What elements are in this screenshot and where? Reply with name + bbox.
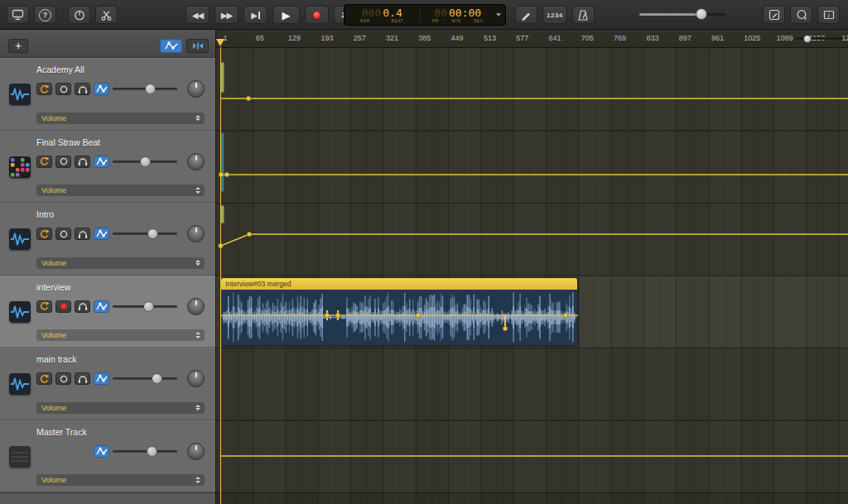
record-enable-button[interactable]	[55, 156, 71, 168]
automation-parameter-dropdown[interactable]: Volume	[36, 402, 205, 414]
slider-thumb[interactable]	[143, 301, 154, 312]
input-monitoring-button[interactable]	[75, 83, 90, 95]
lcd-label-hr: HR	[432, 18, 439, 23]
record-button[interactable]	[305, 6, 329, 24]
count-in-button[interactable]: 1234	[542, 6, 567, 24]
track-header-master-track[interactable]: Master Track Volume	[0, 420, 215, 493]
metronome-icon	[578, 10, 588, 21]
catch-playhead-button[interactable]	[186, 39, 209, 53]
automation-parameter-dropdown[interactable]: Volume	[36, 113, 205, 124]
slider-thumb[interactable]	[145, 84, 156, 94]
timeline-ruler[interactable]: 1651291932573213854495135776417057698338…	[216, 30, 848, 48]
track-volume-slider[interactable]	[113, 373, 177, 384]
cycle-region-button[interactable]	[36, 300, 52, 313]
track-header-main-track[interactable]: main track Volume	[0, 348, 215, 420]
volume-thumb[interactable]	[696, 8, 707, 20]
lcd-bar-value: 0.4	[383, 7, 402, 19]
record-enable-icon	[59, 156, 69, 166]
cycle-region-button[interactable]	[36, 372, 52, 385]
smart-controls-button[interactable]	[68, 6, 90, 24]
chevron-down-icon[interactable]	[496, 13, 501, 17]
playhead-handle[interactable]	[216, 39, 224, 46]
record-armed-icon	[59, 301, 69, 311]
automation-parameter-dropdown[interactable]: Volume	[36, 257, 205, 269]
track-automation-button[interactable]	[94, 83, 109, 95]
track-pan-knob[interactable]	[187, 370, 205, 387]
timeline-lane-master-track[interactable]	[216, 420, 848, 493]
region-name-header[interactable]: Interview#03 merged	[221, 278, 577, 290]
audio-region-interview[interactable]: Interview#03 merged	[220, 277, 578, 346]
cycle-icon	[39, 374, 50, 384]
notepad-button[interactable]	[763, 6, 785, 24]
playhead[interactable]	[220, 47, 222, 504]
slider-thumb[interactable]	[147, 228, 158, 239]
track-pan-knob[interactable]	[187, 225, 205, 242]
show-automation-button[interactable]	[160, 39, 182, 53]
input-monitor-icon	[77, 84, 89, 94]
loop-browser-button[interactable]	[790, 6, 812, 24]
zoom-thumb[interactable]	[803, 35, 812, 43]
quick-help-button[interactable]: ?	[34, 6, 56, 24]
track-automation-button[interactable]	[94, 445, 109, 458]
slider-thumb[interactable]	[152, 373, 162, 384]
forward-button[interactable]: ▶▶	[214, 6, 238, 24]
rewind-button[interactable]: ◀◀	[186, 6, 210, 24]
cycle-region-button[interactable]	[36, 156, 52, 168]
timeline: Interview#03 merged 16512919325732138544…	[216, 30, 848, 504]
cycle-icon	[39, 229, 50, 239]
input-monitoring-button[interactable]	[75, 300, 90, 313]
zoom-slider[interactable]	[795, 37, 843, 40]
waveform	[221, 290, 577, 345]
media-browser-button[interactable]: ♪	[817, 6, 840, 24]
slider-thumb[interactable]	[147, 446, 157, 457]
track-pan-knob[interactable]	[187, 298, 205, 315]
record-enable-button[interactable]	[55, 228, 71, 240]
slider-thumb[interactable]	[140, 156, 151, 167]
track-volume-slider[interactable]	[113, 446, 177, 457]
track-volume-slider[interactable]	[113, 301, 177, 312]
editors-button[interactable]	[95, 6, 118, 24]
track-header-interview[interactable]: interview Volume	[0, 276, 215, 348]
chevron-updown-icon	[195, 405, 200, 411]
lcd-label-beat: BEAT	[392, 18, 404, 23]
metronome-button[interactable]	[572, 6, 595, 24]
track-header-final-straw-beat[interactable]: Final Straw Beat Volume	[0, 131, 215, 204]
input-monitoring-button[interactable]	[75, 228, 90, 240]
track-volume-slider[interactable]	[113, 228, 177, 239]
play-button[interactable]: ▶	[272, 6, 300, 24]
timeline-lane-tail[interactable]	[216, 493, 848, 504]
timeline-lane-intro[interactable]	[216, 204, 848, 276]
track-automation-button[interactable]	[94, 300, 109, 313]
cycle-region-button[interactable]	[36, 83, 52, 95]
timeline-lane-academy-all[interactable]	[216, 48, 848, 131]
track-volume-slider[interactable]	[113, 84, 177, 94]
chevron-updown-icon	[195, 332, 200, 338]
track-pan-knob[interactable]	[187, 80, 205, 98]
ruler-label: 833	[646, 34, 658, 42]
master-volume-slider[interactable]	[639, 13, 725, 16]
cycle-region-button[interactable]	[36, 228, 52, 240]
record-enable-button[interactable]	[55, 372, 71, 385]
lcd-display[interactable]: 0000.4 BARBEAT 0000:00 HRMINSEC	[344, 4, 506, 26]
track-automation-button[interactable]	[94, 156, 109, 168]
pencil-tool-button[interactable]	[515, 6, 537, 24]
timeline-lane-final-straw-beat[interactable]	[216, 131, 848, 204]
track-header-intro[interactable]: Intro Volume	[0, 203, 215, 276]
track-pan-knob[interactable]	[187, 153, 205, 170]
skip-to-end-button[interactable]: ▶	[243, 6, 267, 24]
track-automation-button[interactable]	[94, 228, 109, 240]
input-monitoring-button[interactable]	[75, 372, 90, 385]
track-header-academy-all[interactable]: Academy All Volume	[0, 58, 215, 131]
track-automation-button[interactable]	[94, 372, 109, 385]
track-volume-slider[interactable]	[113, 156, 177, 167]
add-track-button[interactable]: +	[8, 39, 28, 53]
record-enable-button[interactable]	[55, 83, 71, 95]
record-enable-button[interactable]	[55, 300, 71, 313]
input-monitoring-button[interactable]	[75, 156, 90, 168]
track-pan-knob[interactable]	[187, 443, 205, 460]
library-button[interactable]	[7, 6, 29, 24]
automation-parameter-dropdown[interactable]: Volume	[36, 329, 205, 341]
automation-parameter-dropdown[interactable]: Volume	[36, 185, 205, 196]
timeline-lane-main-track[interactable]	[216, 348, 848, 421]
automation-parameter-dropdown[interactable]: Volume	[36, 474, 205, 486]
